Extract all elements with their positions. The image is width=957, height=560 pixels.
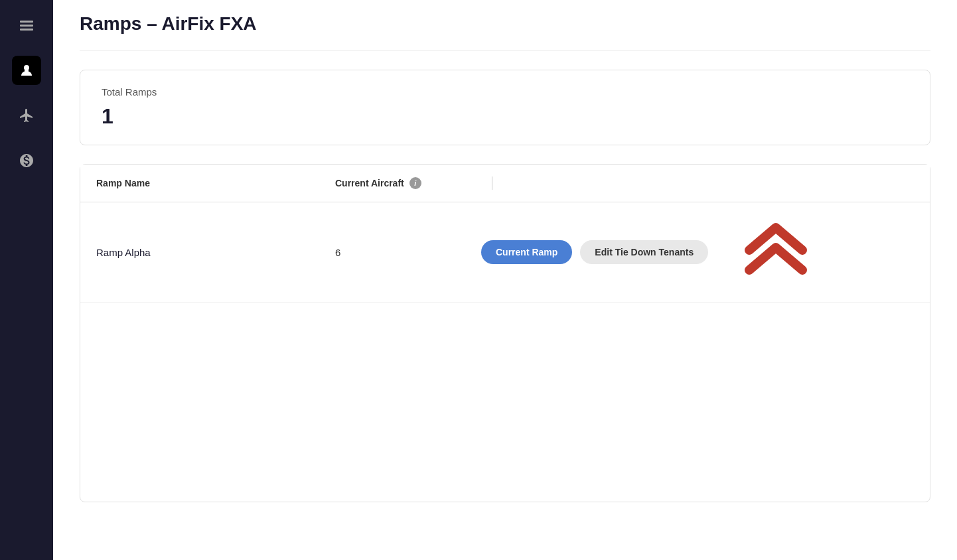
col-header-ramp-name: Ramp Name bbox=[96, 178, 335, 188]
edit-tie-down-button[interactable]: Edit Tie Down Tenants bbox=[580, 240, 708, 264]
svg-rect-1 bbox=[20, 25, 33, 27]
current-aircraft-info-icon[interactable]: i bbox=[409, 177, 421, 189]
ramp-name-cell: Ramp Alpha bbox=[96, 247, 335, 258]
sidebar-item-aircraft[interactable] bbox=[12, 101, 41, 130]
col-header-current-aircraft: Current Aircraft i bbox=[335, 177, 481, 189]
page-title: Ramps – AirFix FXA bbox=[80, 0, 930, 51]
svg-rect-5 bbox=[26, 66, 27, 74]
stats-card: Total Ramps 1 bbox=[80, 70, 930, 145]
row-actions: Current Ramp Edit Tie Down Tenants bbox=[481, 216, 914, 289]
current-ramp-button[interactable]: Current Ramp bbox=[481, 240, 572, 264]
table-row: Ramp Alpha 6 Current Ramp Edit Tie Down … bbox=[80, 202, 930, 303]
sidebar-item-ramps[interactable] bbox=[12, 11, 41, 40]
column-divider bbox=[492, 176, 492, 190]
empty-table-area bbox=[80, 303, 930, 502]
ramps-table: Ramp Name Current Aircraft i Ramp Alpha … bbox=[80, 164, 930, 502]
svg-rect-2 bbox=[20, 29, 33, 31]
aircraft-count-cell: 6 bbox=[335, 247, 481, 258]
main-content: Ramps – AirFix FXA Total Ramps 1 Ramp Na… bbox=[53, 0, 957, 560]
sidebar bbox=[0, 0, 53, 560]
sidebar-item-billing[interactable] bbox=[12, 146, 41, 175]
sidebar-item-profile[interactable] bbox=[12, 56, 41, 85]
double-chevron-up-icon bbox=[743, 216, 809, 289]
svg-rect-0 bbox=[20, 21, 33, 23]
stats-label: Total Ramps bbox=[102, 86, 909, 98]
table-header: Ramp Name Current Aircraft i bbox=[80, 165, 930, 202]
stats-value: 1 bbox=[102, 104, 909, 129]
